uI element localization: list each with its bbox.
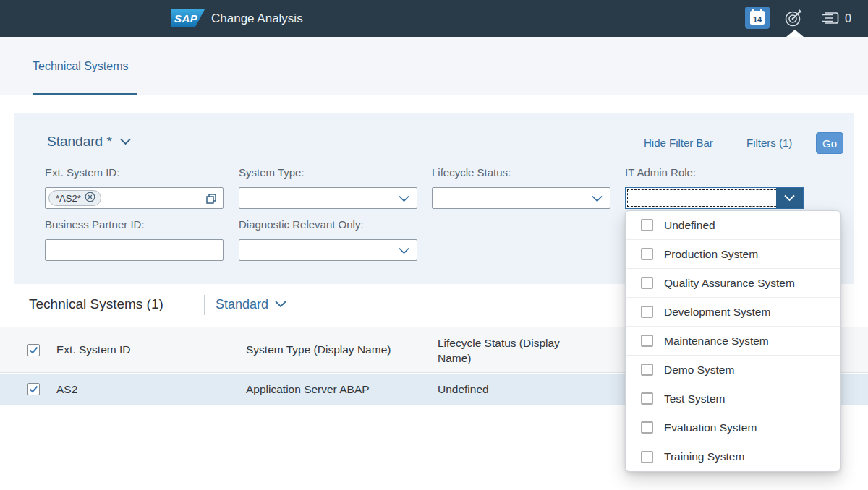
popover-notch bbox=[786, 30, 804, 37]
dropdown-item-demo-system[interactable]: Demo System bbox=[626, 356, 840, 384]
table-variant-selector[interactable]: Standard bbox=[216, 297, 287, 312]
item-checkbox[interactable] bbox=[641, 364, 653, 376]
hide-filter-bar-link[interactable]: Hide Filter Bar bbox=[644, 137, 713, 149]
chevron-down-icon bbox=[591, 193, 603, 206]
chevron-down-icon bbox=[119, 134, 132, 150]
business-partner-id-input-wrap bbox=[45, 239, 224, 261]
column-header-lifecycle-status[interactable]: Lifecycle Status (Display Name) bbox=[438, 335, 586, 366]
shell-bar: SAP Change Analysis 14 0 bbox=[0, 0, 868, 37]
calendar-day: 14 bbox=[753, 14, 762, 25]
change-analysis-app: SAP Change Analysis 14 0 bbox=[0, 0, 868, 490]
cell-ext-system-id: AS2 bbox=[56, 383, 77, 396]
system-type-label: System Type: bbox=[239, 166, 417, 179]
row-checkbox[interactable] bbox=[27, 383, 40, 395]
dropdown-item-quality-assurance-system[interactable]: Quality Assurance System bbox=[626, 269, 840, 298]
it-admin-role-label: IT Admin Role: bbox=[625, 166, 804, 179]
dropdown-item-undefined[interactable]: Undefined bbox=[626, 211, 840, 240]
column-header-ext-system-id[interactable]: Ext. System ID bbox=[56, 343, 131, 356]
chevron-down-icon bbox=[274, 297, 287, 312]
tab-selected-underline bbox=[33, 93, 137, 95]
notifications-icon[interactable] bbox=[820, 7, 841, 29]
filter-field-business-partner-id: Business Partner ID: bbox=[45, 218, 224, 261]
combobox-arrow-button[interactable] bbox=[776, 188, 803, 208]
filter-field-diagnostic-relevant: Diagnostic Relevant Only: bbox=[239, 218, 417, 261]
filter-field-system-type: System Type: bbox=[239, 166, 417, 209]
token-text: *AS2* bbox=[56, 193, 81, 204]
toolbar-divider bbox=[204, 295, 205, 315]
table-title: Technical Systems (1) bbox=[29, 296, 163, 312]
sap-logo-text: SAP bbox=[171, 12, 197, 25]
variant-selector[interactable]: Standard * bbox=[47, 134, 132, 150]
text-cursor bbox=[631, 193, 631, 204]
table-variant-label: Standard bbox=[216, 297, 268, 312]
item-checkbox[interactable] bbox=[641, 451, 653, 463]
filter-token[interactable]: *AS2* bbox=[48, 190, 101, 206]
system-type-select[interactable] bbox=[239, 187, 417, 209]
filter-field-ext-system-id: Ext. System ID: *AS2* bbox=[45, 166, 224, 209]
item-checkbox[interactable] bbox=[641, 335, 653, 347]
item-checkbox[interactable] bbox=[641, 219, 653, 231]
it-admin-role-combobox[interactable] bbox=[625, 187, 804, 209]
item-checkbox[interactable] bbox=[641, 392, 653, 405]
chevron-down-icon bbox=[398, 245, 410, 258]
item-checkbox[interactable] bbox=[641, 421, 653, 434]
dropdown-item-production-system[interactable]: Production System bbox=[626, 240, 840, 269]
filter-field-it-admin-role: IT Admin Role: bbox=[625, 166, 804, 209]
tab-strip: Technical Systems bbox=[0, 37, 868, 95]
select-all-checkbox[interactable] bbox=[27, 344, 40, 356]
calendar-icon: 14 bbox=[750, 11, 765, 25]
filter-field-lifecycle-status: Lifecycle Status: bbox=[432, 166, 610, 209]
dropdown-item-evaluation-system[interactable]: Evaluation System bbox=[626, 413, 840, 442]
goal-target-icon[interactable] bbox=[783, 7, 804, 29]
ext-system-id-label: Ext. System ID: bbox=[45, 166, 224, 179]
tab-technical-systems[interactable]: Technical Systems bbox=[33, 37, 129, 95]
dropdown-item-maintenance-system[interactable]: Maintenance System bbox=[626, 327, 840, 356]
column-header-system-type[interactable]: System Type (Display Name) bbox=[246, 343, 391, 356]
item-checkbox[interactable] bbox=[641, 248, 653, 260]
value-help-icon[interactable] bbox=[205, 192, 218, 208]
diagnostic-relevant-select[interactable] bbox=[239, 239, 417, 261]
app-title: Change Analysis bbox=[211, 0, 303, 37]
item-checkbox[interactable] bbox=[641, 306, 653, 318]
sap-logo[interactable]: SAP bbox=[171, 9, 205, 27]
it-admin-role-dropdown: Undefined Production System Quality Assu… bbox=[625, 210, 841, 472]
calendar-date-button[interactable]: 14 bbox=[745, 7, 770, 29]
lifecycle-status-select[interactable] bbox=[432, 187, 610, 209]
business-partner-id-label: Business Partner ID: bbox=[45, 218, 224, 231]
filters-link[interactable]: Filters (1) bbox=[746, 137, 792, 149]
ext-system-id-input[interactable]: *AS2* bbox=[45, 187, 224, 209]
cell-lifecycle-status: Undefined bbox=[438, 383, 586, 396]
cell-system-type: Application Server ABAP bbox=[246, 383, 370, 396]
lifecycle-status-label: Lifecycle Status: bbox=[432, 166, 610, 179]
item-checkbox[interactable] bbox=[641, 277, 653, 289]
business-partner-id-input[interactable] bbox=[46, 240, 223, 260]
chevron-down-icon bbox=[398, 193, 410, 206]
notification-count: 0 bbox=[845, 0, 851, 37]
token-remove-icon[interactable] bbox=[85, 192, 95, 205]
variant-title: Standard * bbox=[47, 134, 112, 150]
go-button[interactable]: Go bbox=[816, 132, 843, 154]
dropdown-item-test-system[interactable]: Test System bbox=[626, 384, 840, 413]
dropdown-item-development-system[interactable]: Development System bbox=[626, 298, 840, 327]
dropdown-item-training-system[interactable]: Training System bbox=[626, 442, 840, 471]
diagnostic-relevant-label: Diagnostic Relevant Only: bbox=[239, 218, 417, 231]
